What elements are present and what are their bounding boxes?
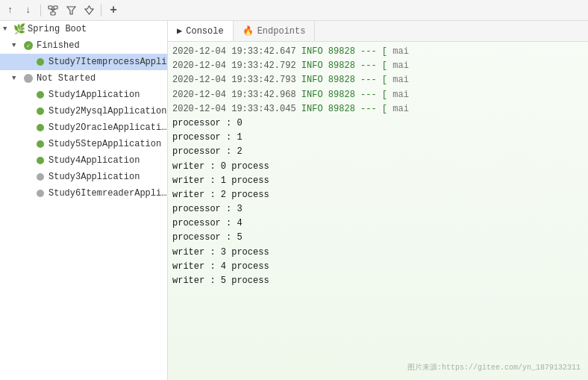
writer-4-text: writer : 4 process (172, 261, 269, 272)
log-line-5: 2020-12-04 19:33:43.045 INFO 89828 --- [… (172, 102, 584, 116)
study7-label: Study7ItemprocessAppli (49, 57, 166, 67)
group-finished[interactable]: ▼ ✓ Finished (0, 37, 167, 54)
not-started-arrow: ▼ (12, 75, 22, 82)
root-arrow: ▼ (3, 25, 13, 33)
filter-icon[interactable] (63, 3, 78, 18)
processor-0-text: processor : 0 (172, 118, 243, 128)
tree-item-study1[interactable]: Study1Application (0, 87, 167, 103)
study5step-icon (34, 138, 46, 150)
log-processor-5: processor : 5 (172, 231, 584, 245)
console-output[interactable]: 2020-12-04 19:33:42.647 INFO 89828 --- [… (168, 42, 588, 380)
writer-2-text: writer : 2 process (172, 190, 269, 200)
tree-item-study4[interactable]: Study4Application (0, 152, 167, 169)
writer-5-text: writer : 5 process (172, 275, 269, 286)
study3-label: Study3Application (49, 172, 140, 182)
right-panel: ▶ Console 🔥 Endpoints 2020-12-04 19:33:4… (168, 21, 588, 380)
tree-item-study7[interactable]: Study7ItemprocessAppli (0, 54, 167, 70)
study1-label: Study1Application (49, 90, 140, 100)
toolbar: ↑ ↓ + (0, 0, 588, 21)
study3-icon (34, 171, 46, 183)
tab-console[interactable]: ▶ Console (168, 21, 234, 41)
log-writer-1: writer : 1 process (172, 174, 584, 188)
study7-icon (34, 56, 46, 68)
study2mysql-icon (34, 105, 46, 117)
endpoints-tab-label: Endpoints (257, 26, 306, 37)
log-writer-3: writer : 3 process (172, 246, 584, 260)
processor-5-text: processor : 5 (172, 232, 243, 243)
scroll-up-icon[interactable]: ↑ (3, 3, 18, 18)
log-writer-5: writer : 5 process (172, 274, 584, 288)
console-tab-label: Console (186, 26, 223, 37)
study6-label: Study6ItemreaderApplicat (49, 188, 167, 199)
log-line-4: 2020-12-04 19:33:42.968 INFO 89828 --- [… (172, 88, 584, 102)
svg-rect-0 (49, 6, 52, 9)
spring-boot-icon: 🌿 (13, 23, 25, 35)
writer-0-text: writer : 0 process (172, 161, 269, 172)
study1-icon (34, 89, 46, 101)
left-panel: ▼ 🌿 Spring Boot ▼ ✓ Finished Study7Itemp… (0, 21, 168, 380)
finished-arrow: ▼ (12, 42, 22, 49)
writer-1-text: writer : 1 process (172, 175, 269, 186)
log-writer-0: writer : 0 process (172, 160, 584, 174)
study2mysql-label: Study2MysqlApplication (49, 106, 166, 116)
log-line-2: 2020-12-04 19:33:42.792 INFO 89828 --- [… (172, 59, 584, 73)
log-processor-3: processor : 3 (172, 202, 584, 217)
log-line-3: 2020-12-04 19:33:42.793 INFO 89828 --- [… (172, 73, 584, 87)
log-processor-4: processor : 4 (172, 217, 584, 231)
finished-icon: ✓ (22, 40, 34, 52)
log-writer-4: writer : 4 process (172, 260, 584, 274)
not-started-label: Not Started (37, 73, 96, 84)
add-icon[interactable]: + (106, 3, 121, 18)
main-layout: ▼ 🌿 Spring Boot ▼ ✓ Finished Study7Itemp… (0, 21, 588, 380)
toolbar-separator-2 (101, 4, 101, 16)
processor-2-text: processor : 2 (172, 146, 243, 157)
scroll-down-icon[interactable]: ↓ (21, 3, 36, 18)
study6-icon (34, 187, 46, 199)
tree-item-study5step[interactable]: Study5StepApplication (0, 136, 167, 152)
writer-3-text: writer : 3 process (172, 247, 269, 258)
group-not-started[interactable]: ▼ Not Started (0, 70, 167, 87)
log-line-1: 2020-12-04 19:33:42.647 INFO 89828 --- [… (172, 45, 584, 59)
log-processor-1: processor : 1 (172, 131, 584, 145)
svg-rect-1 (54, 6, 57, 9)
tab-endpoints[interactable]: 🔥 Endpoints (234, 21, 316, 41)
svg-rect-2 (51, 12, 55, 15)
study4-icon (34, 155, 46, 166)
endpoints-tab-icon: 🔥 (243, 25, 254, 37)
tab-bar: ▶ Console 🔥 Endpoints (168, 21, 588, 42)
study2oracle-icon (34, 122, 46, 134)
tree-item-study2oracle[interactable]: Study2OracleApplication (0, 119, 167, 136)
finished-label: Finished (37, 40, 80, 51)
log-processor-2: processor : 2 (172, 145, 584, 159)
log-writer-2: writer : 2 process (172, 188, 584, 202)
svg-marker-6 (67, 7, 75, 14)
processor-1-text: processor : 1 (172, 132, 243, 143)
tree-item-study3[interactable]: Study3Application (0, 169, 167, 185)
watermark: 图片来源:https://gitee.com/yn_1879132311 (407, 362, 581, 373)
study2oracle-label: Study2OracleApplication (49, 122, 167, 133)
study5step-label: Study5StepApplication (49, 139, 161, 149)
tree-item-study6[interactable]: Study6ItemreaderApplicat (0, 185, 167, 202)
tree-item-study2mysql[interactable]: Study2MysqlApplication (0, 103, 167, 119)
console-tab-icon: ▶ (177, 25, 182, 37)
root-label: Spring Boot (28, 24, 87, 34)
tree-icon[interactable] (46, 3, 60, 18)
processor-4-text: processor : 4 (172, 218, 243, 228)
not-started-icon (22, 72, 34, 84)
processor-3-text: processor : 3 (172, 204, 243, 214)
pin-icon[interactable] (81, 3, 96, 18)
log-processor-0: processor : 0 (172, 116, 584, 131)
toolbar-separator-1 (40, 4, 41, 16)
study4-label: Study4Application (49, 155, 140, 166)
tree-root-spring-boot[interactable]: ▼ 🌿 Spring Boot (0, 21, 167, 37)
